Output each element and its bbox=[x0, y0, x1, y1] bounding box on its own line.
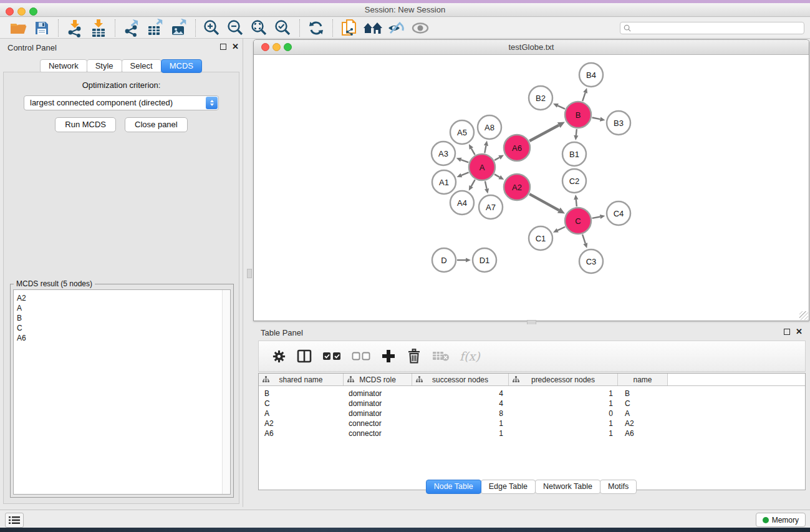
zoom-out-button[interactable] bbox=[224, 19, 248, 37]
tab-mcds[interactable]: MCDS bbox=[161, 59, 202, 73]
mcds-result-item[interactable]: C bbox=[14, 323, 230, 333]
optimization-criterion-label: Optimization criterion: bbox=[4, 80, 239, 90]
zoom-selected-button[interactable] bbox=[271, 19, 295, 37]
toolbar-separator bbox=[332, 19, 333, 37]
hide-eye-button[interactable] bbox=[385, 19, 408, 37]
tab-node-table[interactable]: Node Table bbox=[426, 480, 481, 494]
tab-motifs[interactable]: Motifs bbox=[600, 480, 637, 494]
criterion-dropdown[interactable]: largest connected component (directed) bbox=[24, 95, 219, 110]
table-toolbar: f(x) bbox=[258, 341, 806, 372]
home-button[interactable] bbox=[361, 19, 385, 37]
table-tabs: Node Table Edge Table Network Table Moti… bbox=[253, 480, 810, 494]
close-table-panel-icon[interactable]: ✕ bbox=[796, 329, 803, 335]
graph-edge[interactable] bbox=[494, 157, 499, 160]
graph-edge[interactable] bbox=[582, 235, 586, 244]
export-image-button[interactable] bbox=[167, 19, 191, 37]
network-canvas[interactable]: B4B2BB3A8A5A6A3B1AC2A1A2A4A7C4CC1C3DD1 bbox=[254, 55, 809, 321]
save-session-button[interactable] bbox=[30, 19, 54, 37]
mcds-result-item[interactable]: B bbox=[14, 313, 230, 323]
graph-edge[interactable] bbox=[471, 148, 475, 155]
graph-edge[interactable] bbox=[529, 194, 559, 210]
graph-edge[interactable] bbox=[461, 160, 468, 162]
column-header-shared-name[interactable]: shared name bbox=[259, 374, 344, 385]
graph-edge[interactable] bbox=[557, 227, 565, 231]
table-panel: Table Panel ✕ bbox=[253, 324, 810, 507]
clone-network-button[interactable] bbox=[337, 19, 361, 37]
add-button[interactable] bbox=[380, 348, 397, 364]
column-header-predecessor-nodes[interactable]: predecessor nodes bbox=[509, 374, 618, 385]
graph-edge[interactable] bbox=[576, 129, 577, 135]
graph-edge-arrowhead bbox=[574, 135, 578, 140]
eye-button[interactable] bbox=[408, 19, 432, 37]
import-network-button[interactable] bbox=[63, 19, 87, 37]
graph-edge[interactable] bbox=[592, 118, 600, 120]
mcds-result-item[interactable]: A6 bbox=[14, 333, 230, 343]
mcds-result-scrollbar[interactable] bbox=[222, 290, 230, 494]
task-history-button[interactable] bbox=[5, 513, 24, 528]
mcds-result-legend: MCDS result (5 nodes) bbox=[14, 279, 95, 288]
table-cell: 4 bbox=[412, 399, 509, 409]
table-cell: 4 bbox=[412, 389, 509, 399]
table-cell: 1 bbox=[509, 418, 618, 428]
tab-select[interactable]: Select bbox=[122, 59, 162, 73]
graph-edge[interactable] bbox=[471, 180, 475, 186]
tab-network[interactable]: Network bbox=[40, 59, 87, 73]
column-type-icon bbox=[513, 376, 519, 383]
table-row[interactable]: A2connector11A2 bbox=[259, 418, 805, 428]
table-row[interactable]: A6connector11A6 bbox=[259, 428, 805, 438]
graph-edge-arrowhead bbox=[583, 88, 587, 94]
function-builder-button[interactable]: f(x) bbox=[460, 349, 480, 363]
import-table-button[interactable] bbox=[87, 19, 110, 37]
zoom-fit-button[interactable] bbox=[248, 19, 271, 37]
open-session-button[interactable] bbox=[6, 19, 30, 37]
graph-edge[interactable] bbox=[485, 181, 487, 188]
mcds-result-item[interactable]: A bbox=[14, 303, 230, 313]
delete-button[interactable] bbox=[406, 348, 422, 364]
graph-edge[interactable] bbox=[582, 93, 585, 102]
delete-table-button[interactable] bbox=[432, 348, 450, 364]
graph-edge-arrowhead bbox=[485, 188, 489, 194]
main-titlebar: Session: New Session bbox=[0, 3, 810, 17]
select-all-button[interactable] bbox=[322, 348, 342, 364]
table-cell: B bbox=[259, 389, 344, 399]
close-panel-icon[interactable]: ✕ bbox=[232, 44, 239, 50]
vertical-splitter-handle[interactable] bbox=[247, 269, 252, 278]
tab-style[interactable]: Style bbox=[87, 59, 122, 73]
graph-node-label: A6 bbox=[512, 143, 522, 153]
import-table-icon bbox=[89, 19, 108, 37]
tab-edge-table[interactable]: Edge Table bbox=[481, 480, 536, 494]
graph-edge[interactable] bbox=[576, 200, 577, 206]
column-header-mcds-role[interactable]: MCDS role bbox=[344, 374, 412, 385]
deselect-all-button[interactable] bbox=[351, 348, 371, 364]
toolbar-separator bbox=[58, 19, 59, 37]
split-columns-button[interactable] bbox=[296, 348, 312, 364]
float-panel-icon[interactable] bbox=[220, 44, 226, 50]
table-row[interactable]: Bdominator41B bbox=[259, 389, 805, 399]
table-row[interactable]: Cdominator41C bbox=[259, 399, 805, 409]
tab-network-table[interactable]: Network Table bbox=[535, 480, 600, 494]
export-network-button[interactable] bbox=[120, 19, 143, 37]
table-cell: connector bbox=[344, 428, 412, 438]
mcds-result-item[interactable]: A2 bbox=[14, 293, 230, 303]
close-panel-button[interactable]: Close panel bbox=[125, 117, 188, 132]
graph-edge[interactable] bbox=[557, 105, 565, 109]
export-table-button[interactable] bbox=[143, 19, 167, 37]
table-row[interactable]: Adominator80A bbox=[259, 409, 805, 418]
mcds-result-list: A2ABCA6 bbox=[14, 290, 230, 343]
graph-edge[interactable] bbox=[494, 174, 499, 177]
column-header-successor-nodes[interactable]: successor nodes bbox=[412, 374, 509, 385]
search-input[interactable] bbox=[634, 24, 801, 32]
graph-edge-arrowhead bbox=[466, 258, 471, 262]
refresh-button[interactable] bbox=[304, 19, 328, 37]
zoom-in-button[interactable] bbox=[200, 19, 224, 37]
resize-grip[interactable] bbox=[799, 311, 808, 320]
graph-edge[interactable] bbox=[485, 145, 486, 153]
graph-edge[interactable] bbox=[592, 216, 600, 218]
graph-edge[interactable] bbox=[529, 125, 559, 141]
gear-button[interactable] bbox=[271, 348, 287, 364]
run-mcds-button[interactable]: Run MCDS bbox=[55, 117, 116, 132]
graph-edge[interactable] bbox=[461, 172, 469, 175]
memory-button[interactable]: Memory bbox=[756, 513, 806, 527]
column-header-name[interactable]: name bbox=[618, 374, 668, 385]
float-table-panel-icon[interactable] bbox=[784, 329, 790, 335]
